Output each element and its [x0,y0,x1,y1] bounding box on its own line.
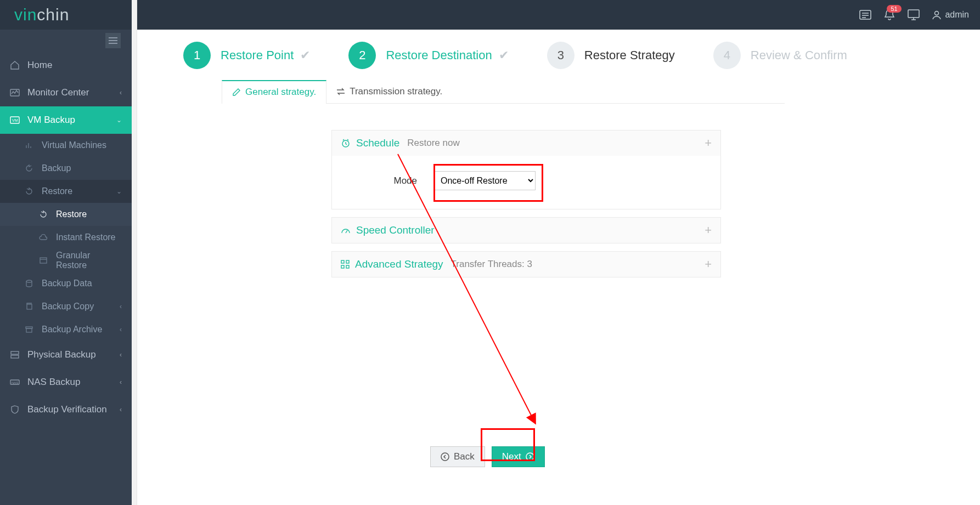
sidebar-item-backup-copy[interactable]: Backup Copy ‹ [0,295,132,318]
step-number: 3 [547,42,575,69]
chevron-left-icon: ‹ [120,89,122,97]
sidebar-item-vm-backup[interactable]: VM VM Backup ⌄ [0,106,132,134]
schedule-panel-header[interactable]: Schedule Restore now + [332,130,720,156]
svg-rect-17 [27,304,32,309]
content: 1 Restore Point ✔ 2 Restore Destination … [132,30,980,505]
button-label: Next [502,451,521,462]
arrow-right-icon [526,452,534,461]
sidebar-label: Backup Archive [42,325,102,334]
expand-icon[interactable]: + [705,136,712,150]
schedule-panel: Schedule Restore now + Mode Once-off Res… [331,130,721,209]
refresh-icon [24,164,34,172]
expand-icon[interactable]: + [705,223,712,237]
top-header: vinchin 51 admin [0,0,980,30]
sidebar-item-granular-restore[interactable]: Granular Restore [0,249,132,272]
sidebar-item-backup[interactable]: Backup [0,157,132,180]
sidebar-label: Backup [42,163,71,173]
expand-icon[interactable]: + [705,257,712,271]
step-number: 1 [183,42,211,69]
button-label: Back [454,451,475,462]
sidebar-item-backup-archive[interactable]: Backup Archive ‹ [0,318,132,341]
svg-rect-4 [908,10,919,18]
svg-rect-27 [346,260,349,263]
grid-icon [341,260,350,269]
jobs-icon[interactable] [859,9,871,21]
brand-part1: vin [14,5,37,24]
sidebar-item-nas-backup[interactable]: NAS NAS Backup ‹ [0,368,132,396]
sidebar-label: Granular Restore [56,251,122,270]
sidebar-label: Backup Copy [42,302,94,311]
panel-title: Speed Controller [356,224,435,236]
sidebar-item-physical-backup[interactable]: Physical Backup ‹ [0,341,132,368]
mode-select[interactable]: Once-off Restore [433,171,536,190]
step-number: 4 [713,42,741,69]
brand-part2: chin [37,5,69,24]
panel-title: Schedule [356,137,399,149]
sidebar-label: Restore [56,209,87,219]
wizard-step-1[interactable]: 1 Restore Point ✔ [183,42,310,69]
sidebar-item-monitor-center[interactable]: Monitor Center ‹ [0,79,132,106]
back-button[interactable]: Back [430,446,485,467]
tab-transmission-strategy[interactable]: Transmission strategy. [326,80,452,103]
strategy-tabs: General strategy. Transmission strategy. [222,80,785,104]
sidebar-label: Home [27,60,52,71]
sidebar-item-home[interactable]: Home [0,52,132,79]
notifications-icon[interactable]: 51 [883,9,895,21]
panel-area: Schedule Restore now + Mode Once-off Res… [331,130,721,277]
svg-rect-14 [40,258,47,263]
sidebar-label: Backup Verification [27,404,107,415]
window-icon [38,257,48,264]
tab-label: Transmission strategy. [350,86,442,97]
vm-icon: VM [10,116,20,124]
wizard-step-4: 4 Review & Confirm [713,42,847,69]
panel-subtitle: Restore now [407,138,459,149]
sidebar-label: NAS Backup [27,377,80,388]
wizard-step-2[interactable]: 2 Restore Destination ✔ [348,42,508,69]
sidebar-item-backup-verification[interactable]: Backup Verification ‹ [0,396,132,423]
pencil-icon [232,88,241,97]
chevron-down-icon: ⌄ [116,188,122,195]
tab-label: General strategy. [245,87,316,98]
shield-icon [10,405,20,414]
sidebar-item-restore[interactable]: Restore ⌄ [0,180,132,203]
step-label: Restore Strategy [584,48,675,63]
sidebar-item-restore-sub[interactable]: Restore [0,203,132,226]
step-label: Restore Point [221,48,294,62]
brand-logo: vinchin [14,5,69,24]
advanced-panel-header[interactable]: Advanced Strategy Transfer Threads: 3 + [332,252,720,277]
svg-rect-21 [11,355,19,358]
username: admin [945,10,969,20]
user-menu[interactable]: admin [932,10,969,20]
sidebar-item-backup-data[interactable]: Backup Data [0,272,132,295]
sidebar-item-virtual-machines[interactable]: Virtual Machines [0,134,132,157]
svg-line-25 [346,230,347,233]
monitor-center-icon [10,89,20,97]
chart-icon [24,141,34,149]
gauge-icon [341,225,351,235]
advanced-strategy-panel: Advanced Strategy Transfer Threads: 3 + [331,251,721,277]
svg-text:VM: VM [12,118,18,122]
svg-point-32 [526,453,534,461]
sidebar-item-instant-restore[interactable]: Instant Restore [0,226,132,249]
sidebar-toggle[interactable] [105,33,121,48]
wizard-step-3[interactable]: 3 Restore Strategy [547,42,675,69]
speed-panel-header[interactable]: Speed Controller + [332,218,720,243]
user-icon [932,10,942,20]
chevron-left-icon: ‹ [120,303,122,310]
next-button[interactable]: Next [492,446,545,467]
svg-point-31 [441,453,449,461]
check-icon: ✔ [495,48,509,62]
undo-icon [24,188,34,195]
chevron-left-icon: ‹ [120,378,122,386]
panel-title: Advanced Strategy [355,258,443,270]
chevron-left-icon: ‹ [120,351,122,359]
monitor-icon[interactable] [908,9,920,21]
copy-icon [24,303,34,310]
svg-rect-28 [341,265,344,268]
sidebar-label: Backup Data [42,279,92,288]
step-label: Restore Destination [386,48,492,62]
svg-rect-26 [341,260,344,263]
database-icon [24,280,34,287]
tab-general-strategy[interactable]: General strategy. [222,80,326,104]
header-right: 51 admin [859,9,969,21]
